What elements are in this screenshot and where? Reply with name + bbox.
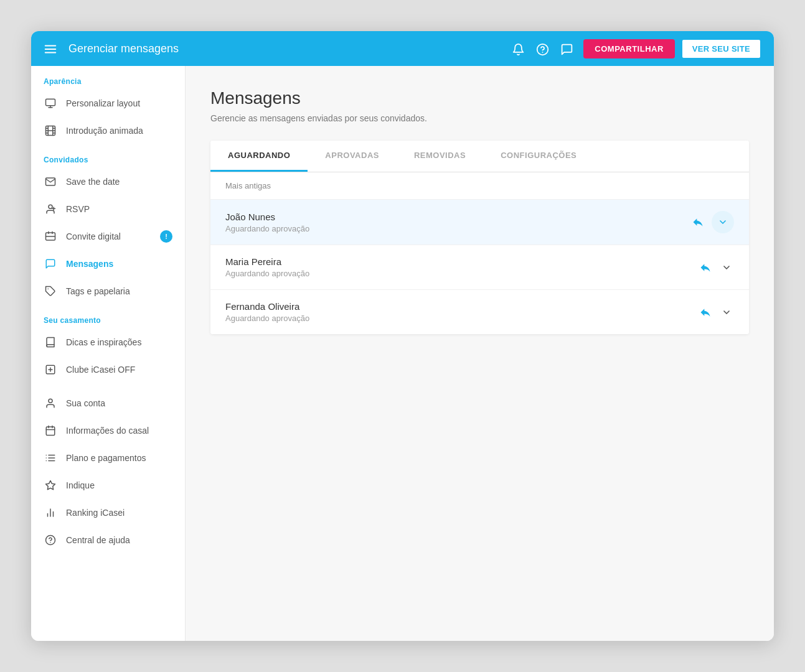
message-name-3: Fernanda Oliveira [225,301,697,312]
sidebar-label-plano-pagamentos: Plano e pagamentos [66,453,146,463]
sidebar-item-informacoes-casal[interactable]: Informações do casal [31,417,185,444]
film-icon [44,124,57,138]
sidebar-label-mensagens: Mensagens [66,259,113,269]
sidebar-label-ranking-icasei: Ranking iCasei [66,508,125,518]
tabs-header: AGUARDANDO APROVADAS REMOVIDAS CONFIGURA… [210,141,749,172]
sidebar-item-sua-conta[interactable]: Sua conta [31,390,185,417]
support-icon[interactable] [560,41,573,55]
help-circle-icon [44,533,57,547]
messages-filter-row: Mais antigas [210,172,749,200]
convite-digital-badge: ! [160,230,172,243]
reply-button-3[interactable] [697,304,714,321]
messages-list: Mais antigas João Nunes Aguardando aprov… [210,172,749,334]
sidebar-item-introducao-animada[interactable]: Introdução animada [31,117,185,144]
svg-point-16 [49,205,52,208]
sidebar-label-personalizar-layout: Personalizar layout [66,98,140,108]
sidebar-label-tags-papelaria: Tags e papelaria [66,286,130,296]
tab-aguardando[interactable]: AGUARDANDO [210,141,308,172]
message-info-1: João Nunes Aguardando aprovação [225,212,689,233]
expand-button-1[interactable] [712,211,734,233]
ticket-icon [44,230,57,243]
message-name-1: João Nunes [225,212,689,222]
sidebar-label-save-the-date: Save the date [66,177,120,187]
svg-rect-5 [46,99,55,106]
expand-button-3[interactable] [719,305,734,320]
message-status-1: Aguardando aprovação [225,224,689,233]
svg-point-27 [49,399,52,403]
sidebar-item-indique[interactable]: Indique [31,472,185,499]
sidebar-item-dicas-inspiracoes[interactable]: Dicas e inspirações [31,329,185,356]
expand-button-2[interactable] [719,260,734,275]
plus-square-icon [44,363,57,376]
book-icon [44,335,57,349]
menu-icon[interactable] [44,40,57,57]
list-alt-icon [44,451,57,465]
envelope-icon [44,175,57,189]
sidebar-item-tags-papelaria[interactable]: Tags e papelaria [31,278,185,305]
tab-configuracoes[interactable]: CONFIGURAÇÕES [483,141,594,172]
filter-label: Mais antigas [225,181,271,190]
star-icon [44,478,57,492]
topbar: Gerenciar mensagens COMP [31,31,774,66]
message-info-2: Maria Pereira Aguardando aprovação [225,256,697,278]
message-actions-3 [697,304,734,321]
ver-site-button[interactable]: VER SEU SITE [681,39,761,59]
monitor-icon [44,96,57,110]
sidebar-item-central-ajuda[interactable]: Central de ajuda [31,526,185,554]
section-label-convidados: Convidados [31,144,185,168]
sidebar-label-central-ajuda: Central de ajuda [66,535,130,545]
sidebar-label-convite-digital: Convite digital [66,231,121,241]
app-window: Gerenciar mensagens COMP [31,31,774,641]
sidebar-item-clube-icasei[interactable]: Clube iCasei OFF [31,356,185,383]
notification-icon[interactable] [512,41,525,55]
message-name-2: Maria Pereira [225,256,697,267]
reply-button-1[interactable] [689,213,707,231]
sidebar-item-convite-digital[interactable]: Convite digital ! [31,223,185,250]
tab-aprovadas[interactable]: APROVADAS [308,141,397,172]
message-status-3: Aguardando aprovação [225,314,697,323]
message-actions-2 [697,259,734,276]
user-circle-icon [44,396,57,410]
chat-icon [44,257,57,271]
topbar-title: Gerenciar mensagens [68,42,512,55]
message-row: Fernanda Oliveira Aguardando aprovação [210,290,749,334]
section-label-seu-casamento: Seu casamento [31,305,185,329]
sidebar-item-plano-pagamentos[interactable]: Plano e pagamentos [31,444,185,472]
sidebar-item-ranking-icasei[interactable]: Ranking iCasei [31,499,185,526]
sidebar-item-mensagens[interactable]: Mensagens [31,250,185,278]
help-icon[interactable] [536,41,549,55]
sidebar-item-rsvp[interactable]: RSVP [31,195,185,223]
sidebar-item-save-the-date[interactable]: Save the date [31,168,185,195]
section-label-aparencia: Aparência [31,66,185,90]
sidebar: Aparência Personalizar layout [31,66,186,641]
svg-rect-28 [46,427,55,436]
message-actions-1 [689,211,734,233]
main-layout: Aparência Personalizar layout [31,66,774,641]
sidebar-label-sua-conta: Sua conta [66,398,105,408]
content-area: Mensagens Gerencie as mensagens enviadas… [186,66,774,641]
tag-icon [44,284,57,298]
user-plus-icon [44,202,57,216]
calendar-alt-icon [44,424,57,437]
topbar-icons [512,41,573,55]
sidebar-label-informacoes-casal: Informações do casal [66,426,149,436]
page-subtitle: Gerencie as mensagens enviadas por seus … [210,113,749,123]
sidebar-label-rsvp: RSVP [66,204,90,214]
compartilhar-button[interactable]: COMPARTILHAR [583,39,674,58]
reply-button-2[interactable] [697,259,714,276]
tab-panel: AGUARDANDO APROVADAS REMOVIDAS CONFIGURA… [210,141,749,334]
page-title: Mensagens [210,88,749,108]
tab-removidas[interactable]: REMOVIDAS [397,141,483,172]
bar-chart-icon [44,506,57,520]
svg-marker-38 [46,481,55,490]
sidebar-label-clube-icasei: Clube iCasei OFF [66,365,135,375]
message-row: Maria Pereira Aguardando aprovação [210,245,749,290]
sidebar-label-indique: Indique [66,480,95,490]
sidebar-label-introducao-animada: Introdução animada [66,126,143,136]
message-status-2: Aguardando aprovação [225,269,697,278]
message-row: João Nunes Aguardando aprovação [210,200,749,245]
sidebar-item-personalizar-layout[interactable]: Personalizar layout [31,90,185,117]
sidebar-label-dicas-inspiracoes: Dicas e inspirações [66,337,141,347]
message-info-3: Fernanda Oliveira Aguardando aprovação [225,301,697,323]
